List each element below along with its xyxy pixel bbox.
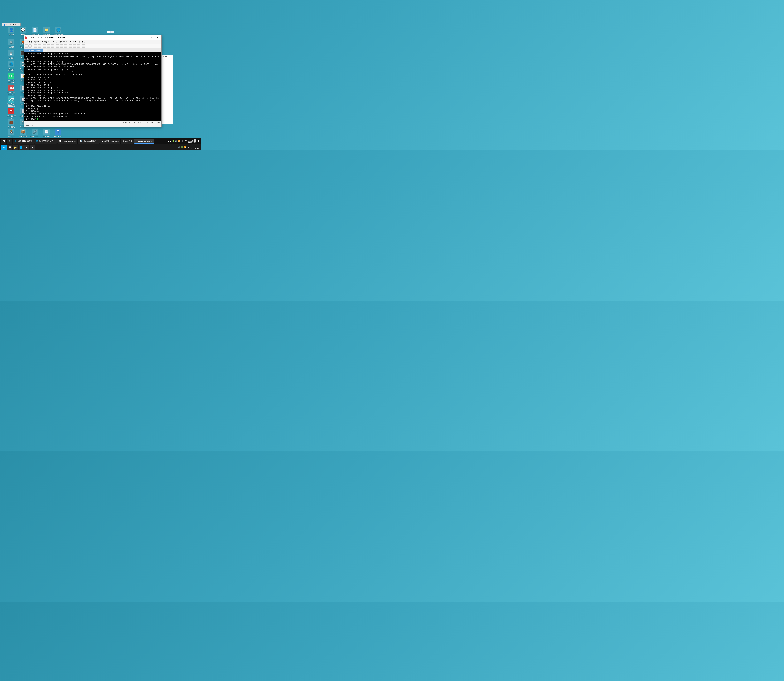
explorer-window-peek[interactable]: Gen1 [162,55,173,124]
remote-session-tabbar: 👤 SZ-70021245 × [2,23,21,27]
notifications-icon[interactable]: 💬 [198,140,200,142]
ime-indicator[interactable]: 中 [182,140,184,143]
paste-button[interactable] [51,44,54,48]
start-button-host[interactable]: ⊞ [1,145,6,150]
taskbar-item[interactable]: ●huawei_console … [134,139,154,144]
fullscreen-button[interactable] [69,44,72,48]
session-tabs: ● 1 huawei_console + [24,48,162,52]
maximize-button[interactable]: ☐ [148,35,154,40]
taskbar-item[interactable]: ▣C:\Windows\syst… [100,139,120,144]
desktop-icon-tutorial[interactable]: 📁图文教程 [41,27,52,36]
close-button[interactable]: ✕ [154,35,160,40]
app-icon: 🔍 [8,140,11,142]
desktop-icon-chrome-shortcut[interactable]: 🌐车间平面图 [53,27,63,36]
open-button[interactable] [29,44,32,48]
taskbar-item[interactable]: 🌐局域网IP段_百度搜 [13,139,34,144]
text-file-icon: 📄 [32,27,38,33]
menu-edit[interactable]: 编辑(E) [33,40,41,43]
start-button[interactable]: ⊞ [1,139,6,144]
desktop-icon-rubymine[interactable]: RMRubyMine 2021.2.2 [6,85,16,95]
new-tab-button[interactable]: + [43,49,47,52]
taskbar-host: ⊞ ☰ 📁 🌐 e 🛍 ⏏ 🔊 🔋 📶 中 11:51 2022-07-12 [0,144,201,150]
session-tab-active[interactable]: ● 1 huawei_console [24,49,43,52]
font-button[interactable] [64,44,67,48]
system-tray-host[interactable]: ⏏ 🔊 🔋 📶 中 11:51 2022-07-12 [176,145,200,149]
chevron-down-icon[interactable] [110,31,114,33]
store-button[interactable]: 🛍 [30,145,35,150]
clock[interactable]: 11:51 2022/7/12 [188,139,196,143]
desktop-icon-qq[interactable]: 🐧腾讯QQ [6,128,16,138]
webstorm-icon: WS [8,97,14,103]
explorer-item[interactable]: Gen1 [162,55,173,58]
new-session-button[interactable] [25,44,28,48]
status-size: 108x26 [129,121,135,124]
clock-host[interactable]: 11:51 2022-07-12 [191,145,200,149]
taskbar-item[interactable]: 🔍 [7,139,12,144]
tray-icons[interactable]: ⏏ ☁ 🔋 🔊 📶 [168,140,180,142]
menu-help[interactable]: 帮助(H) [78,40,86,43]
folder-icon: 📁 [43,27,50,33]
app-icon: ● [136,140,137,142]
chrome-icon: 🌐 [8,61,14,67]
desktop-icon-user[interactable]: 👤李晓虎 [6,27,16,36]
desktop-icon-chrome[interactable]: 🌐Google Chrome [6,61,16,72]
remote-mini-toolbar[interactable] [107,30,114,33]
disconnect-button[interactable] [38,44,41,48]
bullet-icon: ● [25,50,27,52]
desktop-icon-pycharm[interactable]: PCPyCharm Communi… [6,73,16,83]
ime-indicator-host[interactable]: 中 [188,146,189,149]
taskbar-item[interactable]: 📄*C:\Users\李晓虎\… [78,139,100,144]
menu-tab[interactable]: 选项卡(B) [58,40,68,43]
color-button[interactable] [60,44,63,48]
menu-tools[interactable]: 工具(T) [50,40,58,43]
taskbar-item[interactable]: 🅿python_scripts - … [57,139,78,144]
desktop-icon-webstorm[interactable]: WSWebStorm 2022.1.2 [6,97,16,107]
toolbar [24,44,162,48]
taskbar-remote: ⊞🔍🌐局域网IP段_百度搜🌐SANGFOR NGAF …🅿python_scri… [0,138,201,144]
taskbar-item-label: SANGFOR NGAF … [39,140,55,142]
huawei-icon: 华 [8,108,14,114]
title-bar[interactable]: huawei_console - Xshell 7 (Free for Home… [24,35,162,40]
cascade-button[interactable] [77,44,80,48]
minimize-button[interactable]: — [142,35,148,40]
edge-button[interactable]: e [24,145,29,150]
person-icon: 👤 [8,27,14,33]
tray-icons-host[interactable]: ⏏ 🔊 🔋 📶 [176,146,186,149]
taskbar-item[interactable]: 🌐SANGFOR NGAF … [35,139,57,144]
menu-window[interactable]: 窗口(W) [69,40,77,43]
browser-button[interactable]: 🌐 [19,145,24,150]
remote-session-tab[interactable]: 👤 SZ-70021245 × [2,23,21,27]
properties-button[interactable] [43,44,46,48]
menu-view[interactable]: 查看(V) [41,40,49,43]
desktop-icon-wechat[interactable]: 💬微信 [18,27,28,36]
vpn-icon: 🔗 [32,128,38,135]
system-tray[interactable]: ⏏ ☁ 🔋 🔊 📶 中 英 11:51 2022/7/12 💬 [168,139,200,143]
status-cursor-pos: 26,11 [137,121,141,124]
computer-icon: 🖥 [8,39,14,46]
desktop-icon-this-pc[interactable]: 🖥此电脑 [6,39,16,48]
copy-button[interactable] [47,44,50,48]
desktop-icon-todesk[interactable]: TToDesk_Li… [53,128,63,137]
lang-indicator[interactable]: 英 [185,140,187,143]
taskbar-item[interactable]: ⚙网络连接 [121,139,134,144]
desktop-icon-wecom[interactable]: 💼企业微信 [6,119,16,128]
xshell-window: huawei_console - Xshell 7 (Free for Home… [24,35,162,127]
close-icon[interactable]: × [18,24,19,26]
text-file-icon: 📄 [43,128,50,135]
reconnect-button[interactable] [34,44,37,48]
tile-button[interactable] [73,44,76,48]
taskview-button[interactable]: ☰ [7,145,12,150]
taskbar-item-label: *C:\Users\李晓虎\… [83,140,98,143]
help-toolbar-button[interactable] [82,44,85,48]
desktop-icon-huawei-store[interactable]: 华华为应用市场 [6,108,16,120]
taskbar-item-label: huawei_console … [138,140,152,142]
desktop-icon-easyconnect[interactable]: 🔗EasyConn… [30,128,40,137]
menu-file[interactable]: 文件(F) [25,40,33,43]
separator [42,44,42,48]
desktop-icon-recycle[interactable]: 🗑回收站 [6,50,16,59]
explorer-button[interactable]: 📁 [13,145,18,150]
desktop-icon-work-txt[interactable]: 📄工作资料.txt [30,27,40,36]
terminal-output[interactable]: [ZHX-HXSW-Vlanif10]dhcp select global Se… [24,52,162,121]
qq-icon: 🐧 [8,128,14,135]
find-button[interactable] [56,44,59,48]
